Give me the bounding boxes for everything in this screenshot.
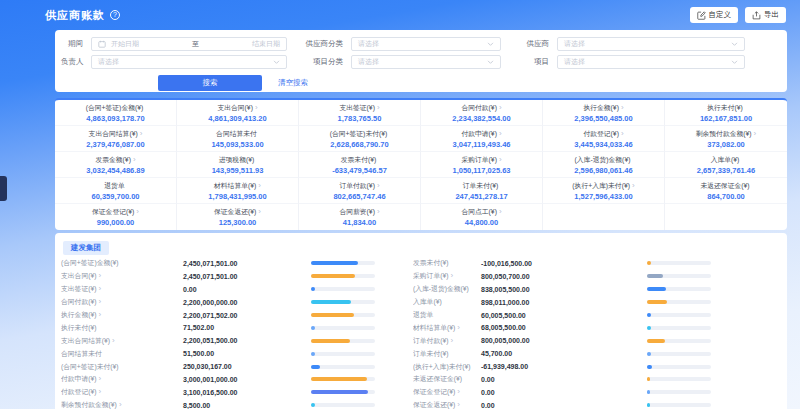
stat-card[interactable]: 付款申请(¥)› 3,047,119,493.46 [421, 126, 543, 152]
metric-value: 0.00 [481, 402, 647, 409]
metric-bar [647, 403, 711, 407]
metric-label: 未返还保证金(¥) [413, 374, 481, 384]
stat-card[interactable]: 剩余预付款金额(¥)› 373,082.00 [665, 126, 787, 152]
metric-bar [647, 352, 711, 356]
metric-label[interactable]: 支出合同(¥)› [61, 271, 183, 281]
chevron-right-icon: › [754, 129, 757, 138]
metric-value: 71,502.00 [183, 324, 311, 331]
metric-label[interactable]: 付款登记(¥)› [61, 387, 183, 397]
manager-select[interactable]: 请选择 [91, 55, 287, 69]
chevron-right-icon: › [133, 155, 136, 164]
project-category-select[interactable]: 请选择 [351, 55, 501, 69]
stat-card-value: 125,300.00 [177, 217, 298, 228]
stat-card-value: 2,234,382,554.00 [421, 113, 542, 124]
stat-card[interactable]: 采购订单(¥)› 1,050,117,025.63 [421, 152, 543, 178]
stat-card[interactable]: 发票金额(¥)› 3,032,454,486.89 [55, 152, 177, 178]
stat-card: 执行未付(¥) 162,167,851.00 [665, 100, 787, 126]
metric-value: 8,500.00 [183, 402, 311, 409]
metric-label[interactable]: 付款申请(¥)› [61, 374, 183, 384]
chevron-right-icon: › [499, 207, 502, 216]
stat-card: 合同结算未付 145,093,533.00 [177, 126, 299, 152]
chevron-right-icon: › [258, 207, 261, 216]
supplier-category-label: 供应商分类 [295, 39, 343, 49]
start-date-placeholder[interactable]: 开始日期 [111, 39, 139, 49]
export-button[interactable]: 导出 [745, 7, 786, 23]
stat-card-value: 2,657,339,761.46 [665, 165, 787, 176]
metric-value: 898,011,000.00 [481, 299, 647, 306]
stat-card-label: (合同+签证)金额(¥) [55, 103, 176, 113]
metric-label[interactable]: 合同付款(¥)› [61, 297, 183, 307]
chevron-right-icon: › [99, 374, 102, 383]
stat-card-label: 未返还保证金(¥) [665, 181, 787, 191]
project-select[interactable]: 请选择 [557, 55, 745, 69]
stat-card[interactable]: 订单付款(¥)› 802,665,747.46 [299, 178, 421, 204]
end-date-placeholder[interactable]: 结束日期 [252, 39, 280, 49]
stat-card[interactable]: (执行+入库)未付(¥)› 1,527,596,433.00 [543, 178, 665, 204]
metric-label: 执行未付(¥) [61, 323, 183, 333]
metric-label[interactable]: 支出签证(¥)› [61, 284, 183, 294]
stat-card[interactable]: 保证金返还(¥)› 125,300.00 [177, 204, 299, 230]
metric-bar [647, 377, 711, 381]
chevron-right-icon: › [255, 103, 258, 112]
metric-value: 2,200,051,500.00 [183, 337, 311, 344]
metric-value: 2,450,071,501.00 [183, 273, 311, 280]
chevron-right-icon: › [457, 323, 460, 332]
chevron-right-icon: › [99, 310, 102, 319]
stat-card-label: 执行未付(¥) [665, 103, 787, 113]
supplier-category-select[interactable]: 请选择 [351, 37, 501, 51]
metric-bar [311, 287, 375, 291]
metric-label[interactable]: 保证金登记(¥)› [413, 387, 481, 397]
metric-label[interactable]: 订单付款(¥)› [413, 336, 481, 346]
stat-card: 入库单(¥) 2,657,339,761.46 [665, 152, 787, 178]
stat-card[interactable]: 支出签证(¥)› 1,783,765.50 [299, 100, 421, 126]
stat-card-value: 373,082.00 [665, 139, 787, 150]
metric-label[interactable]: 采购订单(¥)› [413, 271, 481, 281]
stat-card[interactable]: 执行金额(¥)› 2,396,550,485.00 [543, 100, 665, 126]
stat-card[interactable]: 合同点工(¥)› 44,800.00 [421, 204, 543, 230]
metric-label: 入库单(¥) [413, 297, 481, 307]
stat-card: (合同+签证)未付(¥) 2,628,668,790.70 [299, 126, 421, 152]
metric-label[interactable]: 剩余预付款金额(¥)› [61, 400, 183, 409]
metric-bar [311, 313, 375, 317]
metric-label[interactable]: 保证金返还(¥)› [413, 400, 481, 409]
date-range-input[interactable]: 开始日期 至 结束日期 [91, 37, 287, 51]
metric-bar [311, 300, 375, 304]
search-button[interactable]: 搜索 [158, 75, 262, 91]
stat-card-value: 3,047,119,493.46 [421, 139, 542, 150]
metric-label[interactable]: 材料结算单(¥)› [413, 323, 481, 333]
customize-button[interactable]: 自定义 [690, 7, 739, 23]
stat-card-label: 支出签证(¥)› [299, 103, 420, 113]
chevron-right-icon: › [621, 129, 624, 138]
chevron-right-icon: › [632, 181, 635, 190]
supplier-select[interactable]: 请选择 [557, 37, 745, 51]
stat-card[interactable]: 合同付款(¥)› 2,234,382,554.00 [421, 100, 543, 126]
chevron-right-icon: › [377, 207, 380, 216]
top-header: 供应商账款 ? 自定义 导出 [0, 0, 800, 30]
metric-value: 2,450,071,501.00 [183, 260, 311, 267]
stat-card: 发票未付(¥) -633,479,546.57 [299, 152, 421, 178]
stat-card-label: 执行金额(¥)› [543, 103, 664, 113]
stat-card[interactable]: 材料结算单(¥)› 1,798,431,995.00 [177, 178, 299, 204]
metric-value: 0.00 [481, 389, 647, 396]
chevron-right-icon: › [99, 297, 102, 306]
stat-card[interactable]: 保证金登记(¥)› 990,000.00 [55, 204, 177, 230]
project-category-label: 项目分类 [295, 57, 343, 67]
metric-label[interactable]: 执行金额(¥)› [61, 310, 183, 320]
stat-card-label: 支出合同(¥)› [177, 103, 298, 113]
metric-label[interactable]: 支出合同结算(¥)› [61, 336, 183, 346]
metric-row: 合同结算未付 51,500.00 订单未付(¥) 45,700.00 [61, 347, 787, 360]
company-breakdown-panel: 建发集团 (合同+签证)金额(¥) 2,450,071,501.00 发票未付(… [55, 233, 787, 409]
chevron-right-icon: › [499, 129, 502, 138]
stat-card-value: 143,959,511.93 [177, 165, 298, 176]
metric-bar [647, 390, 711, 394]
clear-search-link[interactable]: 清空搜索 [278, 78, 308, 88]
stat-card[interactable]: 合同薪资(¥)› 41,834.00 [299, 204, 421, 230]
metric-label: (合同+签证)金额(¥) [61, 258, 183, 268]
stat-card[interactable]: 付款登记(¥)› 3,445,934,033.46 [543, 126, 665, 152]
help-icon[interactable]: ? [110, 10, 120, 20]
stat-card[interactable]: 支出合同(¥)› 4,861,309,413.20 [177, 100, 299, 126]
chevron-right-icon: › [136, 207, 139, 216]
stat-card[interactable]: 支出合同结算(¥)› 2,379,476,087.00 [55, 126, 177, 152]
company-tab[interactable]: 建发集团 [63, 241, 109, 255]
sidebar-expand-handle[interactable] [0, 176, 7, 201]
